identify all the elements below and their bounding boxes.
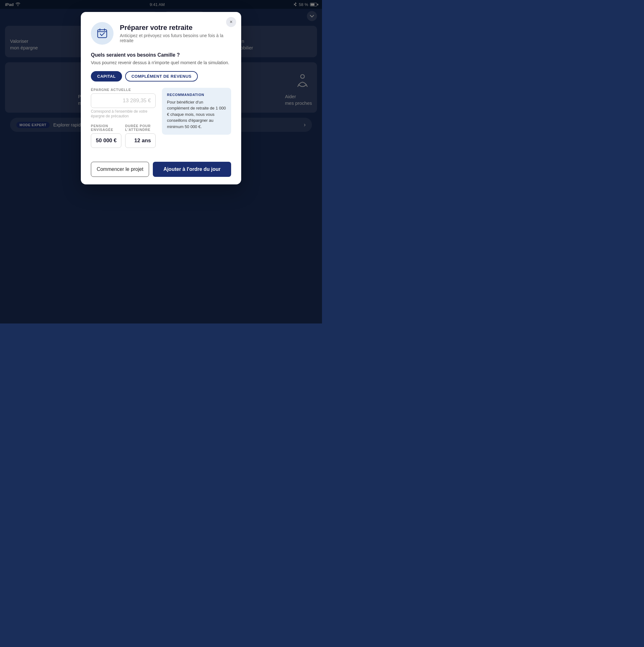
ajouter-ordre-jour-button[interactable]: Ajouter à l'ordre du jour — [153, 162, 231, 177]
modal-title-area: Préparer votre retraite Anticipez et pré… — [120, 23, 231, 43]
duree-field-group: DURÉE POUR L'ATTEINDRE — [125, 124, 156, 148]
modal-close-button[interactable]: × — [226, 17, 236, 27]
tab-complement[interactable]: COMPLÉMENT DE REVENUS — [125, 71, 198, 81]
two-col-fields: PENSION ENVISAGÉE DURÉE POUR L'ATTEINDRE — [91, 124, 156, 153]
modal-header: Préparer votre retraite Anticipez et pré… — [91, 22, 231, 45]
epargne-hint: Correspond à l'ensemble de votre épargne… — [91, 109, 156, 119]
pension-label: PENSION ENVISAGÉE — [91, 124, 122, 132]
modal-subtitle: Anticipez et prévoyez vos futurs besoins… — [120, 33, 231, 43]
tabs-row: CAPITAL COMPLÉMENT DE REVENUS — [91, 71, 231, 81]
rec-title: RECOMMANDATION — [167, 93, 226, 96]
modal-icon-wrap — [91, 22, 113, 45]
svg-rect-6 — [98, 29, 107, 38]
section-desc: Vous pourrez revenir dessus à n'importe … — [91, 60, 231, 66]
form-area: ÉPARGNE ACTUELLE Correspond à l'ensemble… — [91, 88, 231, 153]
epargne-label: ÉPARGNE ACTUELLE — [91, 88, 156, 91]
modal-overlay: × Préparer votre retraite Anticipez et p… — [0, 0, 322, 324]
epargne-field-group: ÉPARGNE ACTUELLE Correspond à l'ensemble… — [91, 88, 156, 119]
section-title: Quels seraient vos besoins Camille ? — [91, 52, 231, 58]
tab-capital[interactable]: CAPITAL — [91, 71, 122, 81]
rec-text: Pour bénéficier d'un complément de retra… — [167, 99, 226, 130]
epargne-input-wrap — [91, 93, 156, 108]
modal-footer: Commencer le projet Ajouter à l'ordre du… — [91, 155, 231, 185]
recommendation-box: RECOMMANDATION Pour bénéficier d'un comp… — [162, 88, 231, 135]
close-icon: × — [230, 19, 232, 25]
pension-input[interactable] — [91, 133, 122, 148]
commencer-projet-button[interactable]: Commencer le projet — [91, 162, 149, 177]
modal-container: × Préparer votre retraite Anticipez et p… — [81, 12, 241, 185]
modal-title: Préparer votre retraite — [120, 23, 231, 32]
duree-label: DURÉE POUR L'ATTEINDRE — [125, 124, 156, 132]
form-left: ÉPARGNE ACTUELLE Correspond à l'ensemble… — [91, 88, 156, 153]
pension-field-group: PENSION ENVISAGÉE — [91, 124, 122, 148]
epargne-input[interactable] — [91, 93, 156, 108]
duree-input[interactable] — [125, 133, 156, 148]
calendar-check-icon — [96, 28, 108, 39]
